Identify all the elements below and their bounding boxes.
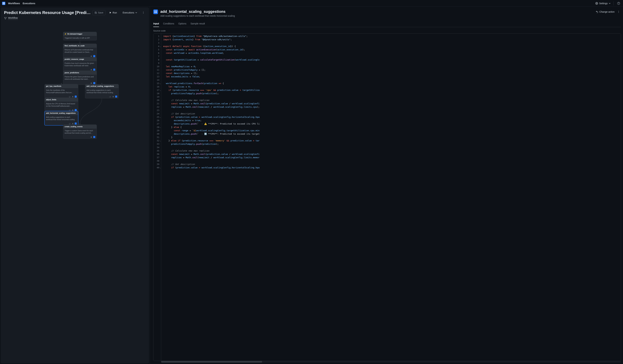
gear-icon: ⚙	[90, 136, 92, 138]
svg-rect-24	[156, 11, 157, 11]
help-icon[interactable]	[616, 1, 621, 6]
code-line[interactable]: descriptions.push(` - ⚠️ **CPU**: Predic…	[163, 122, 619, 126]
code-line[interactable]	[163, 62, 619, 65]
code-line[interactable]	[163, 41, 619, 45]
workflow-canvas[interactable]: ⚡On demand triggerTriggered manually or …	[1, 22, 149, 363]
workflow-node-predict[interactable]: predict_resource_usagePredicts how much …	[63, 57, 97, 71]
workflow-node-parse[interactable]: parse_predictionsParses the given Davis …	[63, 71, 97, 85]
node-title: find_workloads_to_scale	[65, 45, 85, 47]
code-line[interactable]: predictionsToApply.push(prediction);	[163, 92, 619, 95]
workflow-node-get_hpa[interactable]: get_hpa_manifestsGets the manifests of t…	[44, 84, 78, 98]
code-line[interactable]: import {convert, units} from "@dynatrace…	[163, 38, 619, 41]
svg-point-8	[143, 12, 144, 12]
node-description: Parses the given Davis predictions and r…	[63, 75, 97, 81]
code-line[interactable]: const targetUtilization = calculateTarge…	[163, 58, 619, 62]
code-line[interactable]: export default async function ({action_e…	[163, 45, 619, 48]
executions-label: Executions	[123, 11, 134, 14]
node-title: On demand trigger	[67, 33, 82, 35]
nav-executions[interactable]: Executions	[23, 1, 35, 5]
action-badge-icon	[93, 82, 95, 84]
code-line[interactable]	[163, 109, 619, 112]
run-label: Run	[113, 11, 117, 14]
action-badge-icon	[75, 96, 77, 98]
workflow-canvas-panel: Predict Kubernetes Resource Usage [Predi…	[1, 7, 149, 363]
code-line[interactable]: const predictionsToApply = [];	[163, 68, 619, 72]
svg-point-10	[143, 13, 144, 14]
code-line[interactable]: } else {	[163, 126, 619, 129]
code-line[interactable]: let exceedsLimits = false;	[163, 75, 619, 78]
code-line[interactable]: const descriptions = [];	[163, 72, 619, 75]
more-menu[interactable]	[141, 10, 146, 15]
code-line[interactable]: import {actionExecution} from "@dynatrac…	[163, 35, 619, 38]
loop-icon: ⭯	[69, 109, 71, 111]
code-line[interactable]: descriptions.push(` - ⬆️ **CPU**: Predic…	[163, 132, 619, 136]
code-line[interactable]	[163, 146, 619, 149]
action-badge-icon	[93, 55, 95, 57]
chevron-down-icon	[135, 12, 137, 14]
editor-code[interactable]: import {actionExecution} from "@dynatrac…	[161, 34, 621, 361]
workflow-title[interactable]: Predict Kubernetes Resource Usage [Predi…	[4, 10, 92, 15]
code-line[interactable]	[163, 78, 619, 82]
workflow-node-create[interactable]: create_scaling_eventsTrigger a custom Da…	[63, 125, 97, 139]
code-line[interactable]: exceedsLimits = true;	[163, 119, 619, 122]
dots-vertical-icon	[617, 10, 620, 13]
code-line[interactable]: // Get description	[163, 163, 619, 166]
save-label: Save	[98, 11, 103, 14]
workflow-node-adjust[interactable]: adjust_limitsAdjusts the CPU & Memory li…	[44, 98, 78, 112]
gear-icon: ⚙	[112, 96, 114, 98]
run-button[interactable]: Run	[107, 10, 119, 15]
chevron-down-icon	[609, 2, 611, 4]
editor-h-scrollbar[interactable]	[161, 361, 621, 363]
code-line[interactable]: // Calculate new max replicas	[163, 149, 619, 152]
code-line[interactable]: replicas = Math.ceil(newLimit / workload…	[163, 105, 619, 109]
action-more-menu[interactable]	[616, 9, 621, 14]
executions-dropdown[interactable]: Executions	[121, 10, 139, 15]
code-line[interactable]: const actionEx = await actionExecution(a…	[163, 48, 619, 51]
svg-rect-25	[156, 12, 157, 13]
code-line[interactable]: const newLimit = Math.ceil(prediction.va…	[163, 152, 619, 156]
editor-gutter: 1234567891011121314151617181920212223242…	[154, 34, 161, 361]
code-line[interactable]: replicas = Math.ceil(newLimit / workload…	[163, 156, 619, 159]
node-description: Add scaling suggestions to each workload…	[45, 115, 78, 122]
code-line[interactable]: workload.predictions.forEach(prediction …	[163, 82, 619, 85]
code-line[interactable]: if (prediction.value > workload.scalingC…	[163, 115, 619, 119]
code-line[interactable]: // Calculate new max replicas	[163, 99, 619, 102]
workflow-node-add_vert[interactable]: add_vertical_scaling_suggestionsAdd scal…	[85, 84, 119, 98]
tab-conditions[interactable]: Conditions	[163, 21, 174, 27]
save-button[interactable]: Save	[92, 10, 106, 15]
workflow-node-add_horiz[interactable]: add_horizontal_scaling_suggestionsAdd sc…	[44, 111, 78, 125]
code-editor[interactable]: 1234567891011121314151617181920212223242…	[153, 33, 621, 361]
bolt-icon: ⚡	[65, 33, 66, 35]
workflow-node-find[interactable]: find_workloads_to_scaleReturns all Kuber…	[63, 44, 97, 58]
app-icon[interactable]	[2, 2, 5, 5]
node-footer: ⚙	[63, 135, 97, 139]
code-line[interactable]: if (prediction.resource === 'cpu' && pre…	[163, 88, 619, 92]
code-line[interactable]: } else if (prediction.resource === 'memo…	[163, 139, 619, 142]
code-line[interactable]: const newLimit = Math.ceil(prediction.va…	[163, 102, 619, 105]
node-title: predict_resource_usage	[65, 58, 84, 60]
code-line[interactable]	[163, 55, 619, 58]
workflow-node-trigger[interactable]: ⚡On demand triggerTriggered manually or …	[63, 32, 97, 41]
node-description: Triggered manually or with an API	[63, 36, 97, 40]
node-title: parse_predictions	[65, 72, 79, 74]
code-line[interactable]: }	[163, 136, 619, 139]
tab-options[interactable]: Options	[178, 21, 186, 27]
code-line[interactable]	[163, 95, 619, 99]
code-line[interactable]: let newMaxReplicas = 0;	[163, 65, 619, 68]
code-line[interactable]: if (prediction.value > workload.scalingC…	[163, 166, 619, 169]
code-line[interactable]: const workload = actionEx.loopItem.workl…	[163, 51, 619, 55]
nav-workflows[interactable]: Workflows	[8, 1, 20, 5]
code-line[interactable]: // Get description	[163, 112, 619, 115]
breadcrumb-label[interactable]: Workflow	[8, 17, 18, 20]
code-line[interactable]: predictionsToApply.push(prediction);	[163, 142, 619, 146]
tab-input[interactable]: Input	[153, 21, 159, 27]
settings-button[interactable]: Settings	[595, 2, 611, 5]
tab-sample-result[interactable]: Sample result	[191, 21, 205, 27]
code-line[interactable]: let replicas = 0;	[163, 85, 619, 88]
scrollbar-thumb[interactable]	[161, 361, 262, 363]
code-line[interactable]	[163, 159, 619, 163]
gear-icon	[595, 2, 598, 5]
change-action-button[interactable]: Change action	[596, 10, 615, 13]
save-icon	[95, 11, 97, 14]
code-line[interactable]: const range = `${workload.scalingConfig.…	[163, 129, 619, 132]
